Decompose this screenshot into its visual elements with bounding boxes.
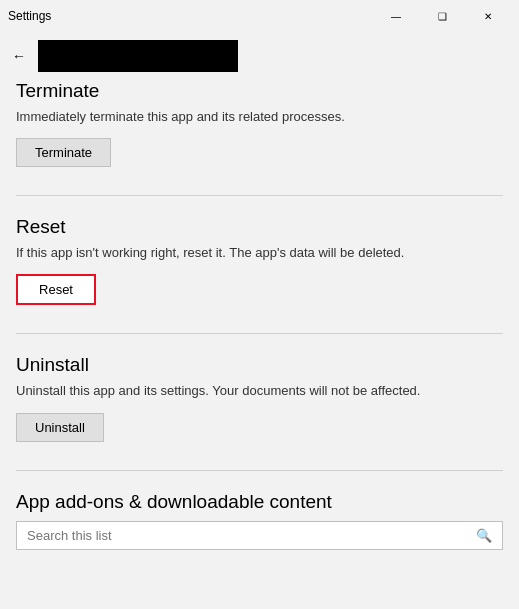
window-title: Settings [8,9,51,23]
content-area: Terminate Immediately terminate this app… [0,80,519,609]
nav-bar: ← [0,32,519,80]
title-bar-left: Settings [8,9,51,23]
uninstall-section: Uninstall Uninstall this app and its set… [16,354,503,441]
window: Settings — ❑ ✕ ← Terminate Immediately t… [0,0,519,609]
uninstall-title: Uninstall [16,354,503,376]
uninstall-desc: Uninstall this app and its settings. You… [16,382,503,400]
app-name-bar [38,40,238,72]
title-bar: Settings — ❑ ✕ [0,0,519,32]
search-icon: 🔍 [476,528,492,543]
close-button[interactable]: ✕ [465,0,511,32]
terminate-title: Terminate [16,80,503,102]
search-input[interactable] [27,528,476,543]
divider-1 [16,195,503,196]
search-bar: 🔍 [16,521,503,550]
addons-title: App add-ons & downloadable content [16,491,503,513]
reset-section: Reset If this app isn't working right, r… [16,216,503,305]
terminate-section: Terminate Immediately terminate this app… [16,80,503,167]
terminate-button[interactable]: Terminate [16,138,111,167]
divider-2 [16,333,503,334]
terminate-desc: Immediately terminate this app and its r… [16,108,503,126]
minimize-button[interactable]: — [373,0,419,32]
title-bar-controls: — ❑ ✕ [373,0,511,32]
addons-section: App add-ons & downloadable content 🔍 [16,491,503,550]
maximize-button[interactable]: ❑ [419,0,465,32]
uninstall-button[interactable]: Uninstall [16,413,104,442]
reset-desc: If this app isn't working right, reset i… [16,244,503,262]
divider-3 [16,470,503,471]
reset-title: Reset [16,216,503,238]
reset-button[interactable]: Reset [16,274,96,305]
back-button[interactable]: ← [12,48,26,64]
